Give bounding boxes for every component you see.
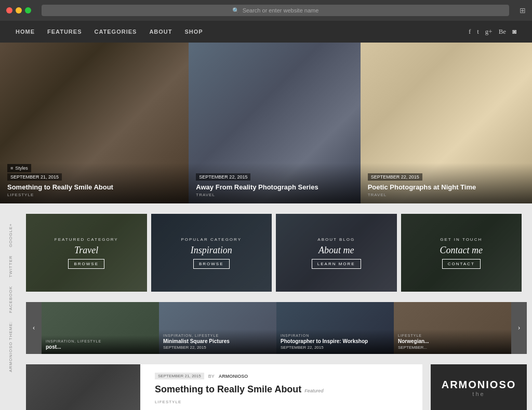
category-travel-overlay: FEATURED CATEGORY Travel BROWSE — [26, 214, 147, 292]
googleplus-icon[interactable]: g+ — [485, 28, 493, 36]
slider-item-1[interactable]: INSPIRATION, LIFESTYLE post... — [42, 302, 159, 354]
nav-features[interactable]: FEATURES — [47, 29, 82, 35]
hero-item-1[interactable]: ≡Styles SEPTEMBER 21, 2015 Something to … — [0, 43, 189, 203]
hero-item-3[interactable]: SEPTEMBER 22, 2015 Poetic Photographs at… — [361, 43, 532, 203]
slider-prev[interactable]: ‹ — [26, 302, 42, 354]
browser-chrome: 🔍 Search or enter website name ⊞ — [0, 0, 532, 21]
twitter-label[interactable]: TWITTER — [7, 251, 14, 282]
maximize-dot[interactable] — [25, 7, 31, 13]
slider-title-4: Norwegian... — [398, 338, 507, 344]
side-labels: GOOGLE+ TWITTER FACEBOOK ARMONIOSO THEME… — [0, 214, 21, 410]
blog-title: Something to Really Smile About — [155, 384, 301, 395]
instagram-icon[interactable]: ◙ — [512, 28, 516, 36]
category-about-label: ABOUT BLOG — [317, 237, 355, 242]
hero-category-2: TRAVEL — [196, 193, 353, 197]
address-bar[interactable]: 🔍 Search or enter website name — [42, 5, 509, 16]
hero-category-3: TRAVEL — [368, 193, 525, 197]
slider-item-2[interactable]: INSPIRATION, LIFESTYLE Minimalist Square… — [159, 302, 276, 354]
hero-overlay-1: SEPTEMBER 21, 2015 Something to Really S… — [0, 163, 189, 203]
browser-dots — [6, 7, 31, 13]
category-contact-overlay: GET IN TOUCH Contact me CONTACT — [401, 214, 522, 292]
hero-title-2: Away From Reality Photograph Series — [196, 183, 353, 191]
blog-category: LIFESTYLE — [155, 400, 416, 404]
category-travel-title: Travel — [74, 245, 98, 256]
blog-date-line: SEPTEMBER 21, 2015 BY ARMONIOSO — [155, 373, 416, 379]
logo-main-text: ARMONIOSO — [442, 379, 516, 391]
slider-item-3[interactable]: INSPIRATION Photographer to Inspire: Wor… — [276, 302, 394, 354]
slider-title-2: Minimalist Square Pictures — [163, 338, 272, 344]
content-with-side: GOOGLE+ TWITTER FACEBOOK ARMONIOSO THEME… — [0, 214, 532, 410]
hero-category-1: LIFESTYLE — [7, 193, 181, 197]
browser-actions[interactable]: ⊞ — [520, 6, 526, 15]
twitter-icon[interactable]: t — [477, 28, 479, 36]
slider-date-3: SEPTEMBER 22, 2015 — [281, 345, 390, 350]
category-inspiration-btn[interactable]: BROWSE — [193, 259, 230, 269]
sidebar-logo: ARMONIOSO the — [431, 364, 527, 410]
slider-cat-1: INSPIRATION, LIFESTYLE — [46, 339, 155, 343]
hero-title-1: Something to Really Smile About — [7, 183, 181, 191]
slider-items: INSPIRATION, LIFESTYLE post... INSPIRATI… — [42, 302, 511, 354]
main-content: GOOGLE+ TWITTER FACEBOOK ARMONIOSO THEME… — [0, 203, 532, 410]
slider-cat-2: INSPIRATION, LIFESTYLE — [163, 334, 272, 337]
nav-social: f t g+ Be ◙ — [469, 28, 516, 36]
minimize-dot[interactable] — [16, 7, 22, 13]
slider-date-4: SEPTEMBER... — [398, 345, 507, 350]
main-nav: HOME FEATURES CATEGORIES ABOUT SHOP f t … — [0, 21, 532, 43]
category-contact-label: GET IN TOUCH — [440, 237, 482, 242]
facebook-icon[interactable]: f — [469, 28, 471, 36]
slider-cat-4: LIFESTYLE — [398, 334, 507, 337]
slider-cat-3: INSPIRATION — [281, 334, 390, 337]
blog-by: BY — [208, 374, 215, 379]
category-grid: FEATURED CATEGORY Travel BROWSE POPULAR … — [21, 214, 532, 302]
category-contact-btn[interactable]: CONTACT — [442, 259, 481, 269]
blog-section: SEPTEMBER 21, 2015 BY ARMONIOSO Somethin… — [21, 364, 532, 410]
hero-date-3: SEPTEMBER 22, 2015 — [368, 173, 422, 181]
hero-date-2: SEPTEMBER 22, 2015 — [196, 173, 250, 181]
nav-links: HOME FEATURES CATEGORIES ABOUT SHOP — [16, 29, 203, 35]
nav-home[interactable]: HOME — [16, 29, 35, 35]
behance-icon[interactable]: Be — [499, 28, 506, 36]
facebook-label[interactable]: FACEBOOK — [7, 282, 14, 317]
nav-categories[interactable]: CATEGORIES — [94, 29, 137, 35]
blog-post-main: SEPTEMBER 21, 2015 BY ARMONIOSO Somethin… — [26, 364, 422, 410]
hero-date-1: SEPTEMBER 21, 2015 — [7, 173, 62, 181]
googleplus-label[interactable]: GOOGLE+ — [7, 219, 14, 251]
hero-overlay-3: SEPTEMBER 22, 2015 Poetic Photographs at… — [361, 163, 532, 203]
category-inspiration[interactable]: POPULAR CATEGORY Inspiration BROWSE — [151, 214, 272, 292]
blog-featured-badge: Featured — [304, 388, 323, 393]
nav-about[interactable]: ABOUT — [149, 29, 172, 35]
category-travel-btn[interactable]: BROWSE — [68, 259, 104, 269]
slider-overlay-3: INSPIRATION Photographer to Inspire: Wor… — [276, 330, 394, 354]
category-inspiration-overlay: POPULAR CATEGORY Inspiration BROWSE — [151, 214, 272, 292]
hero-overlay-2: SEPTEMBER 22, 2015 Away From Reality Pho… — [189, 163, 360, 203]
address-text: Search or enter website name — [243, 7, 319, 13]
category-about-title: About me — [318, 245, 354, 256]
slider-next[interactable]: › — [511, 302, 527, 354]
category-about[interactable]: ABOUT BLOG About me LEARN MORE — [276, 214, 397, 292]
slider-date-2: SEPTEMBER 22, 2015 — [163, 345, 272, 350]
category-travel[interactable]: FEATURED CATEGORY Travel BROWSE — [26, 214, 147, 292]
category-inspiration-title: Inspiration — [191, 245, 232, 256]
site-wrapper: HOME FEATURES CATEGORIES ABOUT SHOP f t … — [0, 21, 532, 410]
hero-title-3: Poetic Photographs at Night Time — [368, 183, 525, 191]
category-inspiration-label: POPULAR CATEGORY — [181, 237, 242, 242]
blog-date-badge: SEPTEMBER 21, 2015 — [155, 373, 204, 379]
category-travel-label: FEATURED CATEGORY — [55, 237, 118, 242]
nav-shop[interactable]: SHOP — [185, 29, 203, 35]
category-about-btn[interactable]: LEARN MORE — [312, 259, 361, 269]
slider-overlay-2: INSPIRATION, LIFESTYLE Minimalist Square… — [159, 330, 276, 354]
slider-overlay-1: INSPIRATION, LIFESTYLE post... — [42, 335, 159, 354]
slider-title-1: post... — [46, 344, 155, 350]
category-about-overlay: ABOUT BLOG About me LEARN MORE — [276, 214, 397, 292]
slider-item-4[interactable]: LIFESTYLE Norwegian... SEPTEMBER... — [394, 302, 511, 354]
blog-author: ARMONIOSO — [219, 374, 248, 379]
slider-title-3: Photographer to Inspire: Workshop — [281, 338, 390, 344]
category-contact[interactable]: GET IN TOUCH Contact me CONTACT — [401, 214, 522, 292]
blog-sidebar: ARMONIOSO the HELLO WORLD Armonioso — [431, 364, 527, 410]
close-dot[interactable] — [6, 7, 12, 13]
hero-item-2[interactable]: SEPTEMBER 22, 2015 Away From Reality Pho… — [189, 43, 360, 203]
logo-sub-text: the — [472, 391, 485, 397]
category-contact-title: Contact me — [440, 245, 483, 256]
hero-section: ≡Styles SEPTEMBER 21, 2015 Something to … — [0, 43, 532, 203]
armonioso-label: ARMONIOSO THEME: — [7, 317, 14, 376]
